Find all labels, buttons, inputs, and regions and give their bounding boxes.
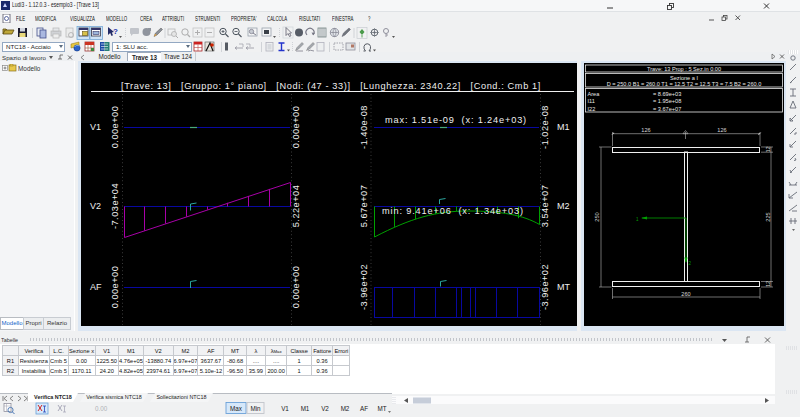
svg-text:1: 1 bbox=[636, 217, 639, 222]
svg-text:= 1.95e+08: = 1.95e+08 bbox=[653, 98, 681, 104]
svg-text:Trave: 13 Prop : 5 Sez.in 0: Trave: 13 Prop : 5 Sez.in 0.00 bbox=[647, 66, 721, 72]
svg-text:126: 126 bbox=[717, 127, 726, 133]
svg-text:Area: Area bbox=[588, 91, 601, 97]
svg-text:V1: V1 bbox=[281, 405, 289, 412]
svg-text:-1.40e-08: -1.40e-08 bbox=[359, 105, 369, 149]
svg-text:2: 2 bbox=[689, 261, 692, 266]
svg-text:V2: V2 bbox=[90, 201, 101, 211]
svg-text:Max: Max bbox=[230, 405, 243, 412]
svg-text:V1: V1 bbox=[90, 122, 101, 132]
svg-text:126: 126 bbox=[641, 127, 650, 133]
svg-text:225: 225 bbox=[765, 212, 771, 221]
svg-text:[Trave: 13] [Gruppo: 1° pian: [Trave: 13] [Gruppo: 1° piano] [Nodi: (4… bbox=[121, 81, 541, 91]
svg-text:V2: V2 bbox=[321, 405, 329, 412]
svg-text:max: 1.51e-09 (x: 1.24e+03): max: 1.51e-09 (x: 1.24e+03) bbox=[385, 115, 527, 125]
svg-text:5.67e+07: 5.67e+07 bbox=[359, 185, 369, 228]
svg-text:12: 12 bbox=[765, 146, 771, 152]
svg-text:0.00e+00: 0.00e+00 bbox=[110, 266, 120, 309]
svg-text:I11: I11 bbox=[588, 98, 595, 104]
svg-text:M1: M1 bbox=[301, 405, 310, 412]
svg-text:12: 12 bbox=[765, 281, 771, 287]
svg-text:M2: M2 bbox=[341, 405, 350, 412]
svg-text:5.22e+04: 5.22e+04 bbox=[291, 185, 301, 228]
svg-text:0.00e+00: 0.00e+00 bbox=[110, 106, 120, 149]
svg-text:= 8.69e+03: = 8.69e+03 bbox=[653, 91, 681, 97]
svg-text:3.54e+07: 3.54e+07 bbox=[540, 185, 550, 228]
svg-text:AF: AF bbox=[360, 405, 368, 412]
svg-text:250: 250 bbox=[594, 212, 600, 221]
svg-text:M2: M2 bbox=[557, 201, 570, 211]
svg-text:-3.96e+02: -3.96e+02 bbox=[359, 264, 369, 310]
svg-text:-7.03e+04: -7.03e+04 bbox=[110, 183, 120, 229]
svg-text:AF: AF bbox=[90, 282, 102, 292]
svg-text:Sezione a I: Sezione a I bbox=[670, 75, 698, 81]
svg-text:-1.02e-08: -1.02e-08 bbox=[540, 105, 550, 149]
svg-text:0.00: 0.00 bbox=[95, 405, 108, 412]
svg-text:= 3.67e+07: = 3.67e+07 bbox=[653, 106, 681, 112]
svg-text:0.00e+00: 0.00e+00 bbox=[291, 266, 301, 309]
svg-text:min: 9.41e+06 (x: 1.34e+03): min: 9.41e+06 (x: 1.34e+03) bbox=[382, 206, 524, 216]
svg-text:0.00e+00: 0.00e+00 bbox=[291, 106, 301, 149]
svg-text:-3.96e+02: -3.96e+02 bbox=[540, 264, 550, 310]
svg-text:D = 250.0 B1 = 260.0 T1 = 12: D = 250.0 B1 = 260.0 T1 = 12.5 T2 = 12.5… bbox=[607, 81, 762, 87]
svg-text:260: 260 bbox=[681, 291, 690, 297]
svg-text:Min: Min bbox=[250, 405, 261, 412]
svg-text:M1: M1 bbox=[557, 122, 570, 132]
svg-text:?: ? bbox=[113, 27, 118, 36]
svg-text:I22: I22 bbox=[588, 106, 596, 112]
svg-text:MT: MT bbox=[557, 282, 570, 292]
svg-text:MT: MT bbox=[377, 405, 386, 412]
